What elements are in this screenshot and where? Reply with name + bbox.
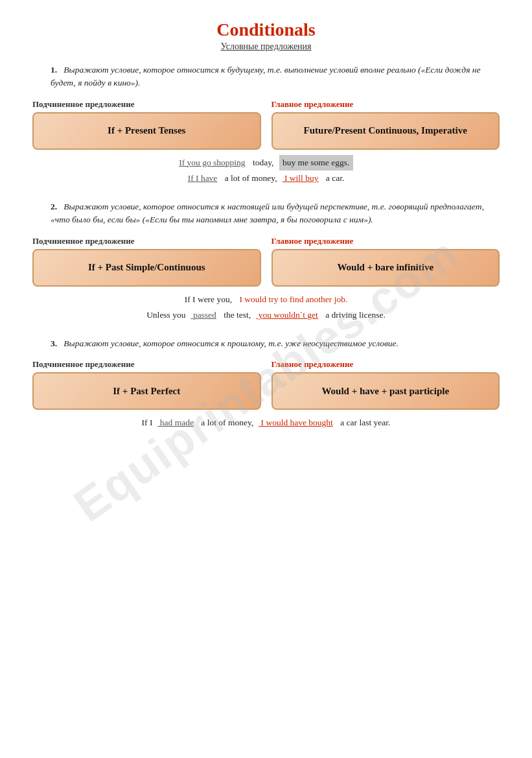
section-3-text: Выражают условие, которое относится к пр…	[64, 338, 399, 348]
section-1-text: Выражают условие, которое относится к бу…	[51, 65, 481, 88]
section-3-intro: 3. Выражают условие, которое относится к…	[32, 337, 500, 350]
section-1-example-1: If you go shopping today, buy me some eg…	[32, 155, 500, 171]
section-1-ex1-part1: If you go shopping	[179, 155, 245, 171]
section-1-ex1-part2a: buy me some eggs.	[279, 155, 353, 171]
section-3-right-col: Главное предложение Would + have + past …	[272, 359, 500, 410]
section-1-right-col: Главное предложение Future/Present Conti…	[272, 99, 500, 150]
section-3: 3. Выражают условие, которое относится к…	[32, 337, 500, 431]
section-2-left-label: Подчиненное предложение	[32, 236, 261, 246]
section-2-ex2-part2: you wouldn`t get	[256, 307, 318, 323]
section-1-left-label: Подчиненное предложение	[32, 99, 261, 110]
section-2-intro: 2. Выражают условие, которое относится к…	[32, 200, 500, 227]
section-1-left-box: If + Present Tenses	[32, 112, 261, 150]
section-1-example-2: If I have a lot of money, I will buy a c…	[32, 171, 500, 186]
section-3-columns: Подчиненное предложение If + Past Perfec…	[32, 359, 500, 410]
section-2-right-label: Главное предложение	[272, 236, 500, 246]
section-2-columns: Подчиненное предложение If + Past Simple…	[32, 236, 500, 287]
section-3-left-col: Подчиненное предложение If + Past Perfec…	[32, 359, 261, 410]
section-2-left-box: If + Past Simple/Continuous	[32, 249, 261, 287]
section-1-ex2-part2: I will buy	[283, 171, 319, 186]
section-1-examples: If you go shopping today, buy me some eg…	[32, 155, 500, 187]
section-2-example-1: If I were you, I would try to find anoth…	[32, 292, 500, 307]
section-3-number: 3.	[51, 338, 57, 348]
section-1-right-box: Future/Present Continuous, Imperative	[272, 112, 500, 150]
section-2-right-box: Would + bare infinitive	[272, 249, 500, 287]
section-1-columns: Подчиненное предложение If + Present Ten…	[32, 99, 500, 150]
section-1-right-label: Главное предложение	[272, 99, 500, 110]
section-2-examples: If I were you, I would try to find anoth…	[32, 292, 500, 324]
section-2-right-col: Главное предложение Would + bare infinit…	[272, 236, 500, 287]
section-3-left-box: If + Past Perfect	[32, 372, 261, 410]
section-1: 1. Выражают условие, которое относится к…	[32, 64, 500, 186]
page-subtitle: Условные предложения	[32, 41, 500, 52]
section-1-ex2-part1: If I have	[188, 171, 218, 186]
section-2-ex1-part2: I would try to find another job.	[237, 292, 347, 307]
section-1-left-col: Подчиненное предложение If + Present Ten…	[32, 99, 261, 150]
page-title: Conditionals	[32, 19, 500, 40]
section-3-right-box: Would + have + past participle	[272, 372, 500, 410]
section-2-example-2: Unless you passed the test, you wouldn`t…	[32, 307, 500, 323]
section-2-number: 2.	[51, 202, 57, 211]
section-1-intro: 1. Выражают условие, которое относится к…	[32, 64, 500, 90]
section-1-number: 1.	[51, 65, 57, 75]
section-2-text: Выражают условие, которое относится к на…	[51, 202, 484, 224]
section-3-ex1-part2: I would have bought	[259, 415, 333, 431]
section-3-left-label: Подчиненное предложение	[32, 359, 261, 370]
section-3-example-1: If I had made a lot of money, I would ha…	[32, 415, 500, 431]
section-3-right-label: Главное предложение	[272, 359, 500, 370]
section-2-left-col: Подчиненное предложение If + Past Simple…	[32, 236, 261, 287]
section-3-examples: If I had made a lot of money, I would ha…	[32, 415, 500, 431]
section-2: 2. Выражают условие, которое относится к…	[32, 200, 500, 323]
